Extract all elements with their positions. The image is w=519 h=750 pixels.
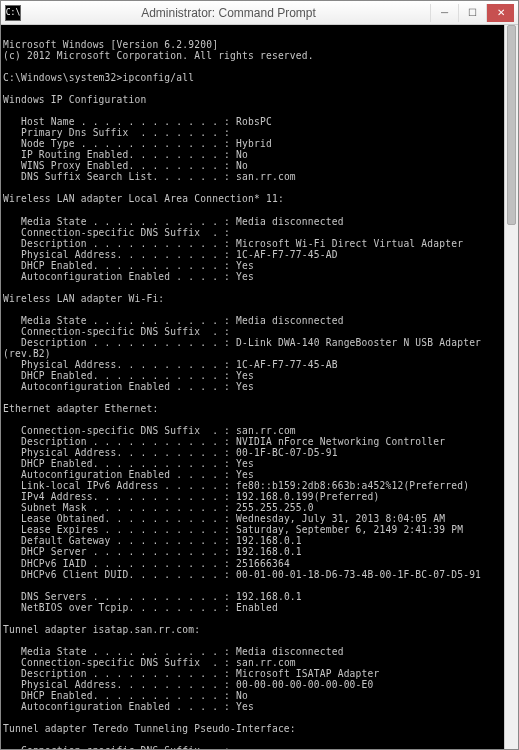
wlan1-desc-key: Description . . . . . . . . . . . :	[3, 238, 230, 249]
eth-auto-val: Yes	[230, 469, 254, 480]
eth-desc-key: Description . . . . . . . . . . . :	[3, 436, 230, 447]
wlan2-desc-val: D-Link DWA-140 RangeBooster N USB Adapte…	[230, 337, 481, 348]
wlan2-auto-val: Yes	[230, 381, 254, 392]
wlan2-media-key: Media State . . . . . . . . . . . :	[3, 315, 230, 326]
header-wlan2: Wireless LAN adapter Wi-Fi:	[3, 293, 164, 304]
wlan1-auto-val: Yes	[230, 271, 254, 282]
cmd-icon: C:\	[5, 5, 21, 21]
eth-ipv4-val: 192.168.0.199(Preferred)	[230, 491, 379, 502]
version-line: Microsoft Windows [Version 6.2.9200]	[3, 39, 218, 50]
command-prompt-window: C:\ Administrator: Command Prompt ─ ☐ ✕ …	[0, 0, 519, 750]
wlan2-dhcp-key: DHCP Enabled. . . . . . . . . . . :	[3, 370, 230, 381]
isatap-dhcp-val: No	[230, 690, 248, 701]
titlebar[interactable]: C:\ Administrator: Command Prompt ─ ☐ ✕	[1, 1, 518, 25]
isatap-dhcp-key: DHCP Enabled. . . . . . . . . . . :	[3, 690, 230, 701]
wlan1-desc-val: Microsoft Wi-Fi Direct Virtual Adapter	[230, 238, 463, 249]
isatap-auto-key: Autoconfiguration Enabled . . . . :	[3, 701, 230, 712]
header-wlan1: Wireless LAN adapter Local Area Connecti…	[3, 193, 284, 204]
eth-iaid-val: 251666364	[230, 558, 290, 569]
eth-conn-val: san.rr.com	[230, 425, 296, 436]
eth-mask-key: Subnet Mask . . . . . . . . . . . :	[3, 502, 230, 513]
wlan2-media-val: Media disconnected	[230, 315, 344, 326]
isatap-media-val: Media disconnected	[230, 646, 344, 657]
eth-phys-val: 00-1F-BC-07-D5-91	[230, 447, 338, 458]
wlan1-phys-key: Physical Address. . . . . . . . . :	[3, 249, 230, 260]
header-ipconfig: Windows IP Configuration	[3, 94, 146, 105]
node-type-key: Node Type . . . . . . . . . . . . :	[3, 138, 230, 149]
eth-dns-key: DNS Servers . . . . . . . . . . . :	[3, 591, 230, 602]
header-teredo: Tunnel adapter Teredo Tunneling Pseudo-I…	[3, 723, 296, 734]
maximize-button[interactable]: ☐	[458, 4, 486, 22]
eth-duid-val: 00-01-00-01-18-D6-73-4B-00-1F-BC-07-D5-9…	[230, 569, 481, 580]
dns-suffix-val: san.rr.com	[230, 171, 296, 182]
wlan1-media-val: Media disconnected	[230, 216, 344, 227]
eth-dhcp-key: DHCP Enabled. . . . . . . . . . . :	[3, 458, 230, 469]
wlan1-dhcp-val: Yes	[230, 260, 254, 271]
isatap-auto-val: Yes	[230, 701, 254, 712]
isatap-phys-val: 00-00-00-00-00-00-00-E0	[230, 679, 373, 690]
eth-leaseexp-key: Lease Expires . . . . . . . . . . :	[3, 524, 230, 535]
wins-proxy-val: No	[230, 160, 248, 171]
ip-routing-val: No	[230, 149, 248, 160]
wlan1-media-key: Media State . . . . . . . . . . . :	[3, 216, 230, 227]
close-button[interactable]: ✕	[486, 4, 514, 22]
teredo-conn-key: Connection-specific DNS Suffix . :	[3, 745, 230, 749]
header-isatap: Tunnel adapter isatap.san.rr.com:	[3, 624, 200, 635]
isatap-conn-key: Connection-specific DNS Suffix . :	[3, 657, 230, 668]
isatap-conn-val: san.rr.com	[230, 657, 296, 668]
eth-auto-key: Autoconfiguration Enabled . . . . :	[3, 469, 230, 480]
isatap-desc-key: Description . . . . . . . . . . . :	[3, 668, 230, 679]
wlan1-dhcp-key: DHCP Enabled. . . . . . . . . . . :	[3, 260, 230, 271]
copyright-line: (c) 2012 Microsoft Corporation. All righ…	[3, 50, 314, 61]
prompt-ipconfig: C:\Windows\system32>ipconfig/all	[3, 72, 194, 83]
isatap-media-key: Media State . . . . . . . . . . . :	[3, 646, 230, 657]
eth-phys-key: Physical Address. . . . . . . . . :	[3, 447, 230, 458]
eth-netbios-key: NetBIOS over Tcpip. . . . . . . . :	[3, 602, 230, 613]
wlan2-phys-val: 1C-AF-F7-77-45-AB	[230, 359, 338, 370]
wlan2-conn-key: Connection-specific DNS Suffix . :	[3, 326, 230, 337]
window-controls: ─ ☐ ✕	[430, 4, 514, 22]
wlan2-auto-key: Autoconfiguration Enabled . . . . :	[3, 381, 230, 392]
ip-routing-key: IP Routing Enabled. . . . . . . . :	[3, 149, 230, 160]
minimize-button[interactable]: ─	[430, 4, 458, 22]
wlan2-phys-key: Physical Address. . . . . . . . . :	[3, 359, 230, 370]
eth-ll6-key: Link-local IPv6 Address . . . . . :	[3, 480, 230, 491]
eth-leaseobt-key: Lease Obtained. . . . . . . . . . :	[3, 513, 230, 524]
eth-gateway-key: Default Gateway . . . . . . . . . :	[3, 535, 230, 546]
eth-gateway-val: 192.168.0.1	[230, 535, 302, 546]
eth-dhcps-key: DHCP Server . . . . . . . . . . . :	[3, 546, 230, 557]
eth-desc-val: NVIDIA nForce Networking Controller	[230, 436, 445, 447]
wlan1-auto-key: Autoconfiguration Enabled . . . . :	[3, 271, 230, 282]
host-name-val: RobsPC	[230, 116, 272, 127]
eth-ll6-val: fe80::b159:2db8:663b:a452%12(Preferred)	[230, 480, 469, 491]
eth-dns-val: 192.168.0.1	[230, 591, 302, 602]
eth-dhcp-val: Yes	[230, 458, 254, 469]
eth-iaid-key: DHCPv6 IAID . . . . . . . . . . . :	[3, 558, 230, 569]
scrollbar-thumb[interactable]	[507, 25, 516, 225]
node-type-val: Hybrid	[230, 138, 272, 149]
wlan2-dhcp-val: Yes	[230, 370, 254, 381]
wlan1-conn-key: Connection-specific DNS Suffix . :	[3, 227, 230, 238]
header-ethernet: Ethernet adapter Ethernet:	[3, 403, 158, 414]
eth-dhcps-val: 192.168.0.1	[230, 546, 302, 557]
terminal-output[interactable]: Microsoft Windows [Version 6.2.9200] (c)…	[1, 25, 518, 749]
eth-leaseexp-val: Saturday, September 6, 2149 2:41:39 PM	[230, 524, 463, 535]
isatap-phys-key: Physical Address. . . . . . . . . :	[3, 679, 230, 690]
isatap-desc-val: Microsoft ISATAP Adapter	[230, 668, 379, 679]
scrollbar[interactable]	[504, 25, 518, 749]
wlan2-rev: (rev.B2)	[3, 348, 51, 359]
eth-duid-key: DHCPv6 Client DUID. . . . . . . . :	[3, 569, 230, 580]
eth-leaseobt-val: Wednesday, July 31, 2013 8:04:05 AM	[230, 513, 445, 524]
host-name-key: Host Name . . . . . . . . . . . . :	[3, 116, 230, 127]
eth-ipv4-key: IPv4 Address. . . . . . . . . . . :	[3, 491, 230, 502]
eth-netbios-val: Enabled	[230, 602, 278, 613]
primary-dns-key: Primary Dns Suffix . . . . . . . :	[3, 127, 230, 138]
eth-conn-key: Connection-specific DNS Suffix . :	[3, 425, 230, 436]
dns-suffix-key: DNS Suffix Search List. . . . . . :	[3, 171, 230, 182]
wins-proxy-key: WINS Proxy Enabled. . . . . . . . :	[3, 160, 230, 171]
wlan2-desc-key: Description . . . . . . . . . . . :	[3, 337, 230, 348]
wlan1-phys-val: 1C-AF-F7-77-45-AD	[230, 249, 338, 260]
window-title: Administrator: Command Prompt	[27, 6, 430, 20]
eth-mask-val: 255.255.255.0	[230, 502, 314, 513]
